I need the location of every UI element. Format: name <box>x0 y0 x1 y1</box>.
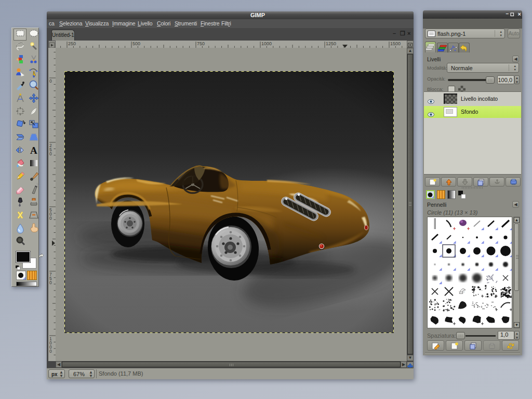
svg-text:0: 0 <box>49 280 52 285</box>
svg-text:750: 750 <box>197 41 205 46</box>
svg-text:1000: 1000 <box>261 41 272 46</box>
svg-text:250: 250 <box>68 41 76 46</box>
svg-text:©Oliver: ©Oliver <box>459 291 466 293</box>
svg-text:0: 0 <box>49 151 52 156</box>
svg-text:0: 0 <box>49 349 52 354</box>
svg-text:0: 0 <box>49 216 52 221</box>
svg-text:1250: 1250 <box>326 41 336 46</box>
svg-text:1500: 1500 <box>390 41 401 46</box>
svg-text:0: 0 <box>49 78 52 84</box>
svg-text:A: A <box>30 145 37 156</box>
svg-text:500: 500 <box>132 41 140 46</box>
